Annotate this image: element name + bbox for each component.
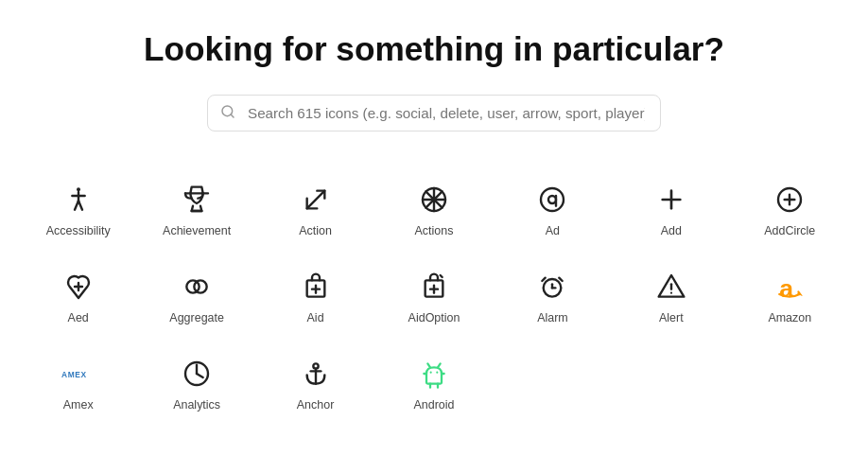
aid-label: Aid [307,311,324,324]
icon-cell-android[interactable]: Android [374,340,493,427]
add-label: Add [661,224,682,237]
aidoption-label: AidOption [408,311,460,324]
alarm-icon [535,270,569,304]
svg-point-34 [670,292,672,294]
action-icon [299,183,333,217]
svg-point-44 [436,372,438,374]
svg-line-42 [438,363,441,367]
aid-icon [299,270,333,304]
aed-icon [61,270,95,304]
addcircle-label: AddCircle [764,224,815,237]
icon-grid: Accessibility Achievement [19,166,849,427]
icon-cell-ad[interactable]: Ad [494,166,612,253]
icon-cell-addcircle[interactable]: AddCircle [731,166,849,253]
alert-label: Alert [659,311,684,324]
action-label: Action [299,224,332,237]
ad-icon [535,183,569,217]
search-container [207,95,661,131]
amex-icon: AMEX [61,357,95,391]
aggregate-icon [180,270,214,304]
icon-cell-analytics[interactable]: Analytics [137,340,255,427]
actions-icon [417,183,451,217]
ad-label: Ad [546,224,560,237]
aidoption-icon [417,270,451,304]
android-icon [417,357,451,391]
icon-cell-aid[interactable]: Aid [256,253,374,340]
search-input[interactable] [207,95,661,131]
alert-icon [654,270,688,304]
icon-cell-aed[interactable]: Aed [19,253,137,340]
accessibility-icon [61,183,95,217]
icon-cell-aggregate[interactable]: Aggregate [137,253,255,340]
android-label: Android [414,398,455,412]
add-icon [654,183,688,217]
anchor-label: Anchor [297,398,335,412]
svg-line-8 [306,191,324,209]
amazon-icon: a [773,270,807,304]
icon-cell-aidoption[interactable]: AidOption [374,253,493,340]
icon-cell-anchor[interactable]: Anchor [256,340,374,427]
achievement-label: Achievement [163,224,231,237]
svg-line-41 [427,363,430,367]
analytics-icon [180,357,214,391]
anchor-icon [299,357,333,391]
addcircle-icon [773,183,807,217]
svg-point-23 [194,280,206,292]
icon-cell-amazon[interactable]: a Amazon [731,253,849,340]
aggregate-label: Aggregate [169,311,224,324]
analytics-label: Analytics [173,398,220,412]
alarm-label: Alarm [537,311,568,324]
page-wrapper: Looking for something in particular? A [0,0,868,446]
svg-text:AMEX: AMEX [61,370,87,379]
icon-cell-add[interactable]: Add [612,166,730,253]
amazon-label: Amazon [768,311,811,324]
page-title: Looking for something in particular? [144,30,724,68]
achievement-icon [180,183,214,217]
svg-point-14 [541,188,564,211]
icon-cell-achievement[interactable]: Achievement [137,166,255,253]
svg-text:a: a [780,274,794,303]
amex-label: Amex [63,398,94,412]
svg-line-6 [78,201,82,209]
accessibility-label: Accessibility [46,224,111,237]
actions-label: Actions [415,224,454,237]
icon-cell-amex[interactable]: AMEX Amex [19,340,137,427]
svg-point-43 [430,372,432,374]
aed-label: Aed [68,311,89,324]
icon-cell-accessibility[interactable]: Accessibility [19,166,137,253]
icon-cell-action[interactable]: Action [256,166,374,253]
icon-cell-alert[interactable]: Alert [612,253,730,340]
svg-point-2 [77,187,80,191]
icon-cell-actions[interactable]: Actions [374,166,493,253]
icon-cell-alarm[interactable]: Alarm [494,253,612,340]
